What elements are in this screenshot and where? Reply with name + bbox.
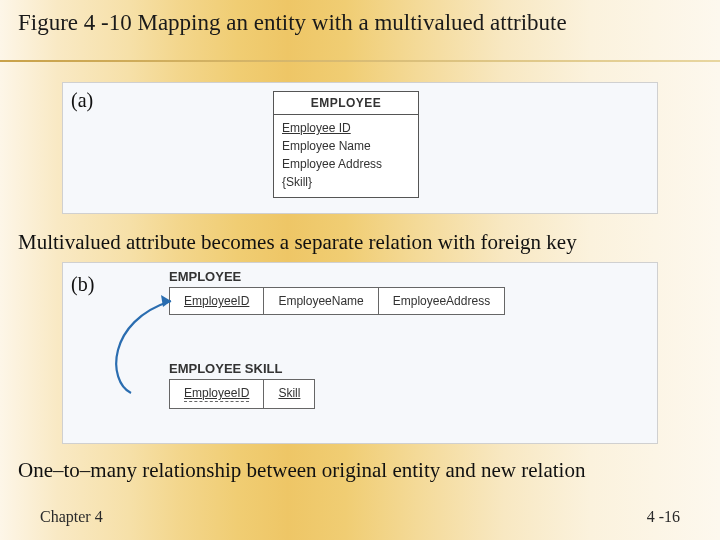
panel-b: (b) EMPLOYEE EmployeeID EmployeeName Emp… (62, 262, 658, 444)
entity-attr: Employee Address (282, 155, 410, 173)
slide: Figure 4 -10 Mapping an entity with a mu… (0, 0, 720, 540)
title-underline (0, 60, 720, 62)
entity-attributes: Employee ID Employee Name Employee Addre… (274, 115, 418, 197)
col-employee-address: EmployeeAddress (379, 288, 504, 314)
footer-page-number: 4 -16 (647, 508, 680, 526)
panel-b-label: (b) (71, 273, 94, 296)
col-text: Skill (278, 386, 300, 400)
entity-name: EMPLOYEE (274, 92, 418, 115)
entity-employee: EMPLOYEE Employee ID Employee Name Emplo… (273, 91, 419, 198)
col-text: EmployeeID (184, 294, 249, 308)
caption-bottom: One–to–many relationship between origina… (18, 458, 585, 483)
panel-a-label: (a) (71, 89, 93, 112)
caption-middle: Multivalued attribute becomes a separate… (18, 230, 577, 255)
fk-arrow-icon (101, 281, 191, 431)
panel-a: (a) EMPLOYEE Employee ID Employee Name E… (62, 82, 658, 214)
footer-chapter: Chapter 4 (40, 508, 103, 526)
entity-pk: Employee ID (282, 121, 351, 135)
col-skill: Skill (264, 380, 314, 408)
col-employee-name: EmployeeName (264, 288, 378, 314)
slide-title: Figure 4 -10 Mapping an entity with a mu… (18, 10, 567, 36)
relation-employee-row: EmployeeID EmployeeName EmployeeAddress (169, 287, 505, 315)
entity-multivalued-attr: {Skill} (282, 173, 410, 191)
col-text: EmployeeID (184, 386, 249, 402)
entity-attr: Employee Name (282, 137, 410, 155)
